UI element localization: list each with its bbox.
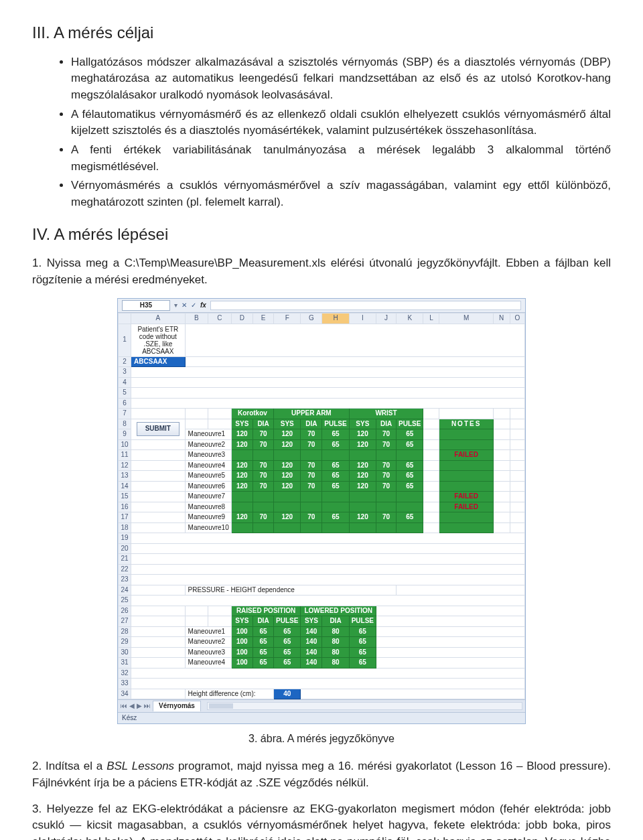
tab-nav-next-icon[interactable]: ▶ <box>137 701 142 711</box>
row-33[interactable]: 33 <box>119 679 131 689</box>
formula-bar: H35 ▾ ✕ ✓ fx <box>118 299 525 313</box>
col-A[interactable]: A <box>131 313 186 324</box>
row-8[interactable]: 8 <box>119 419 131 429</box>
row-11[interactable]: 11 <box>119 450 131 461</box>
man-6: Maneouvre6 <box>185 481 231 492</box>
row-1[interactable]: 1 <box>119 324 131 356</box>
section3-bullets: Hallgatózásos módszer alkalmazásával a s… <box>71 54 611 211</box>
pressure-title: PRESSURE - HEIGHT dependence <box>185 585 396 596</box>
col-E[interactable]: E <box>253 313 273 324</box>
row-5[interactable]: 5 <box>119 388 131 399</box>
man-9: Maneouvre9 <box>185 512 231 523</box>
row-34[interactable]: 34 <box>119 689 131 699</box>
col-K[interactable]: K <box>397 313 423 324</box>
col-C[interactable]: C <box>208 313 232 324</box>
formula-input[interactable] <box>210 301 521 310</box>
row-27[interactable]: 27 <box>119 616 131 627</box>
bullet-3: A fenti értékek variabilitásának tanulmá… <box>71 142 611 175</box>
tab-nav-last-icon[interactable]: ⏭ <box>144 701 151 711</box>
row-14[interactable]: 14 <box>119 481 131 492</box>
row-18[interactable]: 18 <box>119 522 131 533</box>
status-bar: Kész <box>118 712 525 724</box>
hdr-pulse-1: PULSE <box>322 419 349 429</box>
grid[interactable]: A B C D E F G H I J K L M N O 1 P <box>118 313 525 699</box>
sheet-tab-bar: ⏮ ◀ ▶ ⏭ Vérnyomás <box>118 699 525 712</box>
col-D[interactable]: D <box>231 313 253 324</box>
row-32[interactable]: 32 <box>119 668 131 679</box>
submit-button[interactable]: SUBMIT <box>137 422 180 436</box>
col-G[interactable]: G <box>301 313 322 324</box>
col-O[interactable]: O <box>510 313 524 324</box>
col-M[interactable]: M <box>439 313 493 324</box>
row-23[interactable]: 23 <box>119 575 131 585</box>
row-9[interactable]: 9 <box>119 429 131 440</box>
name-box[interactable]: H35 <box>122 300 170 311</box>
row-16[interactable]: 16 <box>119 502 131 512</box>
hdr2-sys-1: SYS <box>231 616 253 627</box>
hdr-dia-3: DIA <box>376 419 397 429</box>
step-1: 1. Nyissa meg a C:\Temp\Measure\BP_Measu… <box>32 255 611 288</box>
row-29[interactable]: 29 <box>119 637 131 648</box>
name-box-dropdown-icon[interactable]: ▾ <box>174 301 177 311</box>
col-L[interactable]: L <box>423 313 439 324</box>
man-7: Maneouvre7 <box>185 492 231 502</box>
row-28[interactable]: 28 <box>119 626 131 637</box>
hdr-sys-1: SYS <box>231 419 253 429</box>
fx-icon[interactable]: fx <box>200 301 206 311</box>
col-H[interactable]: H <box>322 313 349 324</box>
corner-cell[interactable] <box>119 313 131 324</box>
row-7[interactable]: 7 <box>119 409 131 419</box>
cell-a1[interactable]: Patient's ETR code without .SZE, like AB… <box>131 324 186 356</box>
sheet-tab[interactable]: Vérnyomás <box>153 701 201 711</box>
col-F[interactable]: F <box>274 313 301 324</box>
row-30[interactable]: 30 <box>119 647 131 658</box>
hdr-wrist: WRIST <box>349 409 423 419</box>
row-24[interactable]: 24 <box>119 585 131 596</box>
hdr2-pulse-1: PULSE <box>274 616 301 627</box>
row-26[interactable]: 26 <box>119 606 131 616</box>
row-20[interactable]: 20 <box>119 543 131 554</box>
hdr2-sys-2: SYS <box>301 616 322 627</box>
man-5: Maneouvre5 <box>185 471 231 482</box>
row-3[interactable]: 3 <box>119 367 131 378</box>
row-4[interactable]: 4 <box>119 377 131 388</box>
row-21[interactable]: 21 <box>119 554 131 565</box>
man-4: Maneouvre4 <box>185 460 231 471</box>
row-2[interactable]: 2 <box>119 356 131 367</box>
figure-caption: 3. ábra. A mérés jegyzőkönyve <box>32 731 611 746</box>
worksheet[interactable]: A B C D E F G H I J K L M N O 1 P <box>118 313 525 699</box>
row-10[interactable]: 10 <box>119 439 131 450</box>
bullet-1: Hallgatózásos módszer alkalmazásával a s… <box>71 54 611 104</box>
section4-title: IV. A mérés lépései <box>32 223 611 247</box>
hdr2-dia-2: DIA <box>322 616 349 627</box>
failed-1: FAILED <box>439 450 493 461</box>
height-diff-label: Height difference (cm): <box>185 689 274 699</box>
section3-title: III. A mérés céljai <box>32 21 611 45</box>
row-17[interactable]: 17 <box>119 512 131 523</box>
hdr-sys-2: SYS <box>274 419 301 429</box>
tab-nav-first-icon[interactable]: ⏮ <box>121 701 127 711</box>
row-6[interactable]: 6 <box>119 398 131 409</box>
bullet-4: Vérnyomásmérés a csuklós vérnyomásmérőve… <box>71 178 611 210</box>
confirm-icon[interactable]: ✓ <box>191 301 196 311</box>
cancel-icon[interactable]: ✕ <box>182 301 187 311</box>
col-B[interactable]: B <box>185 313 208 324</box>
man2-2: Maneouvre2 <box>185 637 231 648</box>
row-12[interactable]: 12 <box>119 460 131 471</box>
row-22[interactable]: 22 <box>119 564 131 575</box>
hdr-korotkov: Korotkov <box>231 409 273 419</box>
hdr2-dia-1: DIA <box>253 616 273 627</box>
row-13[interactable]: 13 <box>119 471 131 482</box>
tab-nav-prev-icon[interactable]: ◀ <box>129 701 135 711</box>
row-31[interactable]: 31 <box>119 658 131 669</box>
hdr-sys-3: SYS <box>349 419 376 429</box>
row-19[interactable]: 19 <box>119 533 131 544</box>
row-25[interactable]: 25 <box>119 596 131 606</box>
col-N[interactable]: N <box>493 313 510 324</box>
hscrollbar[interactable] <box>207 702 522 710</box>
col-J[interactable]: J <box>376 313 397 324</box>
row-15[interactable]: 15 <box>119 492 131 502</box>
cell-a2[interactable]: ABCSAAX <box>131 356 186 367</box>
col-I[interactable]: I <box>349 313 376 324</box>
height-diff-value[interactable]: 40 <box>274 689 301 699</box>
